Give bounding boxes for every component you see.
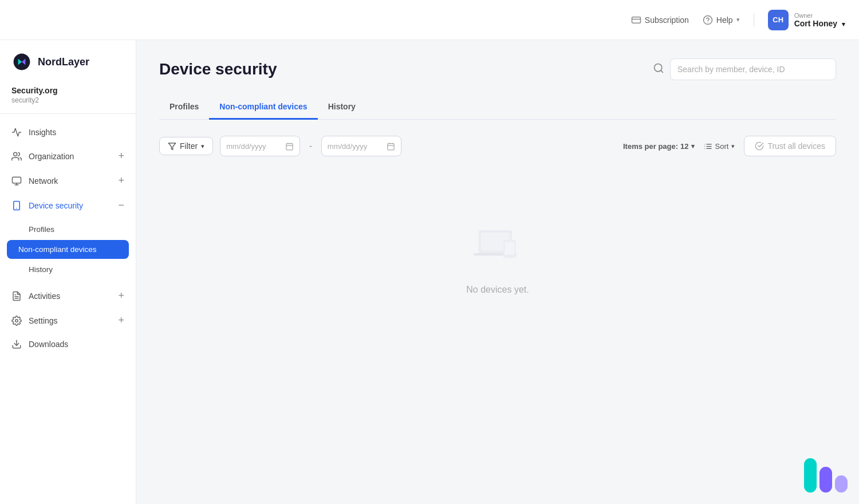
collapse-icon: − bbox=[118, 199, 124, 211]
main-content: Device security Profiles Non-compliant d… bbox=[136, 40, 859, 504]
svg-rect-35 bbox=[505, 242, 515, 255]
org-section: Security.org security2 bbox=[0, 81, 136, 114]
user-name: Cort Honey ▾ bbox=[794, 19, 845, 28]
filter-icon bbox=[168, 142, 176, 151]
user-info: Owner Cort Honey ▾ bbox=[794, 12, 845, 28]
main-layout: NordLayer Security.org security2 Insight… bbox=[0, 40, 859, 504]
sidebar-item-network[interactable]: Network + bbox=[0, 168, 136, 193]
chart-icon bbox=[11, 127, 22, 137]
svg-point-12 bbox=[15, 319, 18, 322]
sidebar-item-organization[interactable]: Organization + bbox=[0, 144, 136, 168]
device-icon bbox=[11, 200, 22, 211]
toolbar-left: Filter ▾ mm/dd/yyyy - mm/dd/yyyy bbox=[159, 136, 401, 156]
trust-icon bbox=[755, 141, 764, 151]
svg-rect-0 bbox=[632, 17, 640, 23]
sidebar-item-label: Downloads bbox=[29, 340, 68, 349]
sidebar-nav: Insights Organization + bbox=[0, 114, 136, 504]
sidebar-sub-item-profiles[interactable]: Profiles bbox=[0, 220, 136, 239]
trust-all-button[interactable]: Trust all devices bbox=[744, 136, 836, 156]
search-icon[interactable] bbox=[653, 62, 664, 77]
sidebar-logo: NordLayer bbox=[0, 40, 136, 81]
subscription-label: Subscription bbox=[645, 15, 689, 25]
sidebar-item-insights[interactable]: Insights bbox=[0, 121, 136, 144]
calendar-icon bbox=[285, 142, 294, 151]
tabs: Profiles Non-compliant devices History bbox=[159, 96, 836, 120]
filter-label: Filter bbox=[180, 141, 198, 151]
subscription-icon bbox=[631, 15, 641, 25]
no-devices-icon bbox=[469, 216, 526, 273]
svg-rect-17 bbox=[286, 143, 293, 149]
expand-icon: + bbox=[118, 290, 124, 302]
help-action[interactable]: Help ▾ bbox=[703, 15, 740, 25]
subscription-action[interactable]: Subscription bbox=[631, 15, 689, 25]
tab-non-compliant-devices[interactable]: Non-compliant devices bbox=[209, 96, 317, 120]
sidebar-sub-item-history[interactable]: History bbox=[0, 260, 136, 279]
help-icon bbox=[703, 15, 713, 25]
sidebar-item-label: Activities bbox=[29, 292, 60, 301]
empty-state: No devices yet. bbox=[159, 170, 836, 329]
bottom-decoration bbox=[804, 458, 848, 493]
sidebar: NordLayer Security.org security2 Insight… bbox=[0, 40, 136, 504]
help-label: Help bbox=[716, 15, 733, 25]
svg-line-15 bbox=[661, 70, 663, 72]
sidebar-item-label: Settings bbox=[29, 316, 58, 325]
svg-marker-16 bbox=[168, 143, 176, 149]
avatar: CH bbox=[768, 10, 789, 30]
org-name: Security.org bbox=[11, 86, 124, 95]
toolbar-right: Items per page: 12 ▾ Sort ▾ Trust all de… bbox=[623, 136, 836, 156]
org-icon bbox=[11, 151, 22, 162]
search-wrapper bbox=[653, 58, 836, 80]
sidebar-item-label: Network bbox=[29, 176, 58, 186]
header-divider bbox=[754, 13, 754, 27]
expand-icon: + bbox=[118, 314, 124, 326]
tab-profiles[interactable]: Profiles bbox=[159, 96, 209, 120]
calendar-icon bbox=[387, 142, 395, 151]
device-security-sub-nav: Profiles Non-compliant devices History bbox=[0, 218, 136, 284]
org-sub: security2 bbox=[11, 96, 124, 104]
items-per-page[interactable]: Items per page: 12 ▾ bbox=[623, 142, 695, 151]
sidebar-item-label: Organization bbox=[29, 152, 74, 161]
search-input[interactable] bbox=[670, 58, 836, 80]
user-role: Owner bbox=[794, 12, 845, 19]
date-to-input[interactable]: mm/dd/yyyy bbox=[321, 136, 401, 156]
svg-point-4 bbox=[14, 152, 17, 156]
sidebar-item-downloads[interactable]: Downloads bbox=[0, 333, 136, 356]
sidebar-item-device-security[interactable]: Device security − bbox=[0, 193, 136, 218]
empty-message: No devices yet. bbox=[466, 285, 529, 295]
app-name: NordLayer bbox=[38, 56, 89, 68]
settings-icon bbox=[11, 316, 22, 326]
items-chevron-icon: ▾ bbox=[691, 143, 695, 150]
sidebar-item-label: Insights bbox=[29, 128, 56, 137]
svg-point-36 bbox=[509, 255, 510, 257]
deco-bar-1 bbox=[804, 458, 817, 493]
deco-bar-2 bbox=[819, 467, 832, 493]
toolbar: Filter ▾ mm/dd/yyyy - mm/dd/yyyy Items p… bbox=[159, 136, 836, 156]
sidebar-item-activities[interactable]: Activities + bbox=[0, 284, 136, 308]
filter-chevron-icon: ▾ bbox=[201, 143, 204, 150]
filter-button[interactable]: Filter ▾ bbox=[159, 137, 213, 155]
user-chevron-icon: ▾ bbox=[842, 21, 845, 27]
deco-bar-3 bbox=[835, 475, 848, 493]
expand-icon: + bbox=[118, 175, 124, 187]
sidebar-item-settings[interactable]: Settings + bbox=[0, 308, 136, 333]
svg-rect-21 bbox=[388, 143, 394, 149]
page-header: Device security bbox=[159, 58, 836, 80]
activities-icon bbox=[11, 291, 22, 301]
network-icon bbox=[11, 176, 22, 186]
sidebar-sub-item-non-compliant[interactable]: Non-compliant devices bbox=[7, 240, 129, 259]
tab-history[interactable]: History bbox=[318, 96, 366, 120]
sort-icon bbox=[704, 142, 712, 151]
expand-icon: + bbox=[118, 150, 124, 162]
page-title: Device security bbox=[159, 60, 277, 78]
date-separator: - bbox=[309, 141, 312, 151]
top-header: Subscription Help ▾ CH Owner Cort Honey … bbox=[0, 0, 859, 40]
svg-rect-5 bbox=[13, 177, 21, 183]
date-from-input[interactable]: mm/dd/yyyy bbox=[220, 136, 300, 156]
sort-chevron-icon: ▾ bbox=[731, 143, 735, 150]
nordlayer-logo-icon bbox=[11, 52, 32, 72]
downloads-icon bbox=[11, 339, 22, 349]
sort-button[interactable]: Sort ▾ bbox=[704, 142, 735, 151]
help-chevron-icon: ▾ bbox=[736, 16, 740, 23]
user-menu[interactable]: CH Owner Cort Honey ▾ bbox=[768, 10, 845, 30]
sidebar-item-label: Device security bbox=[29, 201, 83, 210]
